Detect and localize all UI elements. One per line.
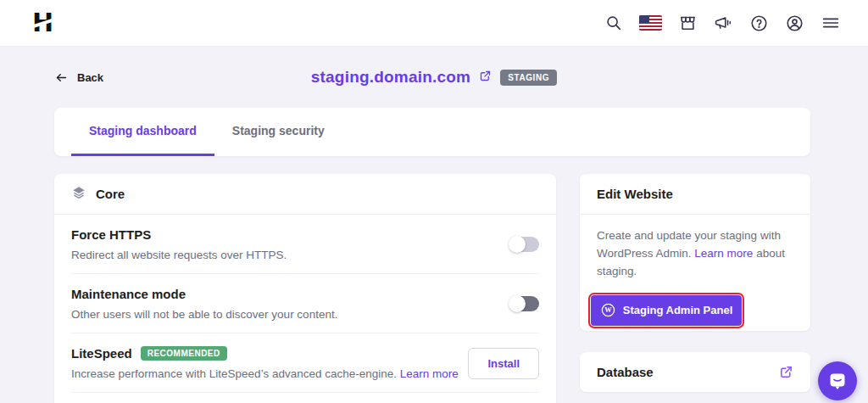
setting-title: LiteSpeed RECOMMENDED: [71, 346, 459, 361]
search-icon[interactable]: [604, 14, 623, 32]
edit-website-body: Create and update your staging with Word…: [580, 215, 810, 281]
tabs-bar: Staging dashboard Staging security: [54, 108, 810, 156]
external-link-icon[interactable]: [479, 70, 492, 86]
page-header: Back staging.domain.com STAGING: [54, 68, 814, 95]
database-title: Database: [597, 365, 654, 379]
edit-website-title: Edit Website: [597, 187, 673, 201]
litespeed-title: LiteSpeed: [71, 346, 132, 361]
wordpress-icon: W: [600, 302, 616, 318]
toggle-knob: [509, 236, 526, 253]
edit-website-card: Edit Website Create and update your stag…: [580, 174, 810, 331]
setting-description: Redirect all website requests over HTTPS…: [71, 249, 287, 261]
top-navbar: H: [0, 0, 868, 47]
row-text: LiteSpeed RECOMMENDED Increase performan…: [71, 346, 459, 380]
database-card[interactable]: Database: [580, 352, 810, 392]
maintenance-mode-toggle[interactable]: [510, 296, 539, 311]
row-text: Maintenance mode Other users will not be…: [71, 287, 337, 321]
chat-widget-button[interactable]: [818, 361, 857, 400]
svg-text:W: W: [604, 307, 612, 315]
chat-icon: [827, 371, 848, 391]
setting-title: Force HTTPS: [71, 227, 287, 242]
toggle-knob: [509, 295, 526, 312]
litespeed-learn-more-link[interactable]: Learn more: [400, 367, 459, 380]
title-group: staging.domain.com STAGING: [54, 68, 814, 87]
edit-website-header: Edit Website: [580, 174, 810, 215]
staging-badge: STAGING: [500, 70, 557, 86]
setting-description: Other users will not be able to discover…: [71, 308, 337, 321]
store-icon[interactable]: [678, 14, 698, 32]
litespeed-description: Increase performance with LiteSpeed’s ad…: [71, 367, 397, 380]
install-button[interactable]: Install: [468, 348, 539, 379]
flag-canton: [639, 15, 649, 23]
menu-icon[interactable]: [821, 14, 841, 32]
setting-row-maintenance-mode: Maintenance mode Other users will not be…: [71, 274, 539, 333]
staging-admin-panel-label: Staging Admin Panel: [623, 304, 733, 316]
language-flag-icon[interactable]: [639, 15, 662, 31]
setting-description: Increase performance with LiteSpeed’s ad…: [71, 367, 459, 380]
core-card-title: Core: [96, 187, 125, 201]
setting-row-force-https: Force HTTPS Redirect all website request…: [71, 215, 539, 274]
hostinger-logo-icon[interactable]: H: [32, 11, 54, 35]
account-icon[interactable]: [785, 14, 804, 33]
megaphone-icon[interactable]: [714, 14, 733, 32]
help-icon[interactable]: [749, 14, 769, 33]
recommended-badge: RECOMMENDED: [141, 346, 227, 361]
force-https-toggle[interactable]: [510, 237, 539, 252]
core-card-header: Core: [54, 174, 556, 215]
staging-admin-panel-button[interactable]: W Staging Admin Panel: [591, 295, 742, 326]
setting-row-litespeed: LiteSpeed RECOMMENDED Increase performan…: [71, 333, 539, 393]
us-flag: [639, 15, 662, 31]
database-external-link-icon[interactable]: [779, 365, 793, 379]
core-card: Core Force HTTPS Redirect all website re…: [54, 174, 556, 403]
tab-staging-dashboard[interactable]: Staging dashboard: [71, 108, 214, 156]
setting-title: Maintenance mode: [71, 287, 337, 301]
edit-website-description: Create and update your staging with Word…: [597, 229, 781, 260]
page-title: staging.domain.com: [311, 68, 470, 87]
layers-icon: [71, 185, 86, 203]
tab-staging-security[interactable]: Staging security: [214, 108, 342, 156]
staging-learn-more-link[interactable]: Learn more: [694, 247, 753, 260]
navbar-icons: [604, 14, 841, 33]
row-text: Force HTTPS Redirect all website request…: [71, 227, 287, 261]
